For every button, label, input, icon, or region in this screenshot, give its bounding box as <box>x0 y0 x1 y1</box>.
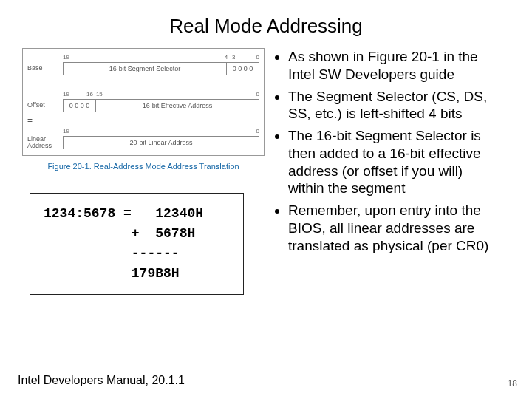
address-translation-figure: 19 4 3 0 Base 16-bit Segment Selector 0 … <box>22 48 265 156</box>
linear-address-label: Linear Address <box>27 136 63 150</box>
bit-tick: 3 <box>232 54 235 61</box>
bullet-item: The 16-bit Segment Selector is then adde… <box>288 127 502 197</box>
bit-tick: 0 <box>256 128 259 134</box>
bit-tick: 15 <box>96 91 103 98</box>
bit-tick: 0 <box>256 91 259 98</box>
bit-tick: 19 <box>63 91 70 98</box>
bit-tick: 0 <box>256 54 259 61</box>
bullet-list: As shown in Figure 20-1 in the Intel SW … <box>272 48 502 254</box>
effective-address-box: 16-bit Effective Address <box>95 99 259 112</box>
page-title: Real Mode Addressing <box>0 0 532 48</box>
right-column: As shown in Figure 20-1 in the Intel SW … <box>272 48 502 295</box>
page-number: 18 <box>508 378 517 389</box>
footer-reference: Intel Developers Manual, 20.1.1 <box>18 374 185 387</box>
bit-tick: 16 <box>86 91 93 98</box>
zeros-box: 0 0 0 0 <box>63 99 95 112</box>
bullet-item: Remember, upon entry into the BIOS, all … <box>288 202 502 254</box>
calc-line: 1234:5678 = 12340H <box>44 204 230 224</box>
plus-sign: + <box>27 79 63 89</box>
segment-selector-box: 16-bit Segment Selector <box>63 62 227 75</box>
base-label: Base <box>27 65 63 72</box>
calc-line: ------ <box>44 244 230 264</box>
bit-tick: 4 <box>225 54 228 61</box>
bit-tick: 19 <box>63 54 70 61</box>
linear-address-box: 20-bit Linear Address <box>63 136 259 149</box>
zeros-box: 0 0 0 0 <box>227 62 259 75</box>
left-column: 19 4 3 0 Base 16-bit Segment Selector 0 … <box>22 48 272 295</box>
bit-tick: 19 <box>63 128 70 134</box>
calc-line: + 5678H <box>44 224 230 244</box>
calc-line: 179B8H <box>44 264 230 284</box>
bullet-item: The Segment Selector (CS, DS, SS, etc.) … <box>288 88 502 123</box>
calculation-box: 1234:5678 = 12340H + 5678H ------ 179B8H <box>30 193 244 295</box>
figure-caption: Figure 20-1. Real-Address Mode Address T… <box>22 162 265 171</box>
offset-label: Offset <box>27 102 63 109</box>
content-columns: 19 4 3 0 Base 16-bit Segment Selector 0 … <box>0 48 532 295</box>
equals-sign: = <box>27 116 63 126</box>
bullet-item: As shown in Figure 20-1 in the Intel SW … <box>288 48 502 83</box>
